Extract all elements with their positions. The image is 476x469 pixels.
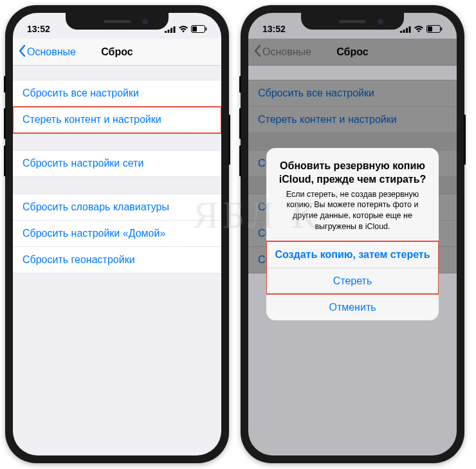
svg-rect-1 <box>168 30 170 33</box>
svg-rect-0 <box>165 31 167 33</box>
back-label: Основные <box>27 46 76 58</box>
front-camera <box>142 19 148 24</box>
phone-left: 13:52 Основные Сброс Сброси <box>5 5 229 463</box>
alert-body: Обновить резервную копию iCloud, прежде … <box>266 148 439 241</box>
row-reset-home[interactable]: Сбросить настройки «Домой» <box>13 221 221 247</box>
group-1: Сбросить все настройки Стереть контент и… <box>13 80 221 133</box>
power-button <box>228 115 230 165</box>
row-erase-content[interactable]: Стереть контент и настройки <box>13 107 221 133</box>
wifi-icon <box>178 26 188 33</box>
volume-up <box>239 108 241 139</box>
power-button <box>464 115 466 165</box>
screen: 13:52 Основные Сброс Сброси <box>13 13 221 455</box>
erase-button[interactable]: Стереть <box>266 268 439 294</box>
alert-dialog: Обновить резервную копию iCloud, прежде … <box>266 148 439 320</box>
row-reset-location[interactable]: Сбросить геонастройки <box>13 247 221 273</box>
speaker <box>339 20 366 23</box>
screen: 13:52 Основные Сброс Сброси <box>248 13 457 455</box>
status-right <box>165 25 207 33</box>
svg-rect-5 <box>192 26 197 32</box>
mute-switch <box>239 76 241 93</box>
volume-up <box>4 108 6 139</box>
status-time: 13:52 <box>27 24 50 34</box>
group-2: Сбросить настройки сети <box>13 150 221 177</box>
backup-then-erase-button[interactable]: Создать копию, затем стереть <box>266 241 439 268</box>
chevron-left-icon <box>18 44 26 60</box>
volume-down <box>239 145 241 176</box>
svg-rect-2 <box>170 28 172 33</box>
nav-title: Сброс <box>101 46 133 58</box>
battery-icon <box>191 25 207 33</box>
group-3: Сбросить словарь клавиатуры Сбросить нас… <box>13 194 221 273</box>
front-camera <box>378 19 383 24</box>
mute-switch <box>4 76 6 93</box>
cellular-icon <box>165 26 176 33</box>
alert-title: Обновить резервную копию iCloud, прежде … <box>277 160 428 187</box>
volume-down <box>4 145 6 176</box>
alert-highlighted-buttons: Создать копию, затем стереть Стереть <box>266 241 439 294</box>
alert-message: Если стереть, не создав резервную копию,… <box>277 189 428 233</box>
row-reset-network[interactable]: Сбросить настройки сети <box>13 150 221 177</box>
settings-list: Сбросить все настройки Стереть контент и… <box>13 80 221 273</box>
phone-right: 13:52 Основные Сброс Сброси <box>241 5 464 463</box>
back-button[interactable]: Основные <box>18 44 76 60</box>
svg-rect-3 <box>174 26 176 33</box>
svg-rect-6 <box>206 28 207 31</box>
row-reset-all[interactable]: Сбросить все настройки <box>13 80 221 107</box>
speaker <box>104 20 131 23</box>
nav-bar: Основные Сброс <box>13 39 221 66</box>
notch <box>301 13 404 30</box>
alert-backdrop: Обновить резервную копию iCloud, прежде … <box>248 13 457 455</box>
row-reset-keyboard[interactable]: Сбросить словарь клавиатуры <box>13 194 221 221</box>
notch <box>66 13 169 30</box>
cancel-button[interactable]: Отменить <box>266 294 439 320</box>
